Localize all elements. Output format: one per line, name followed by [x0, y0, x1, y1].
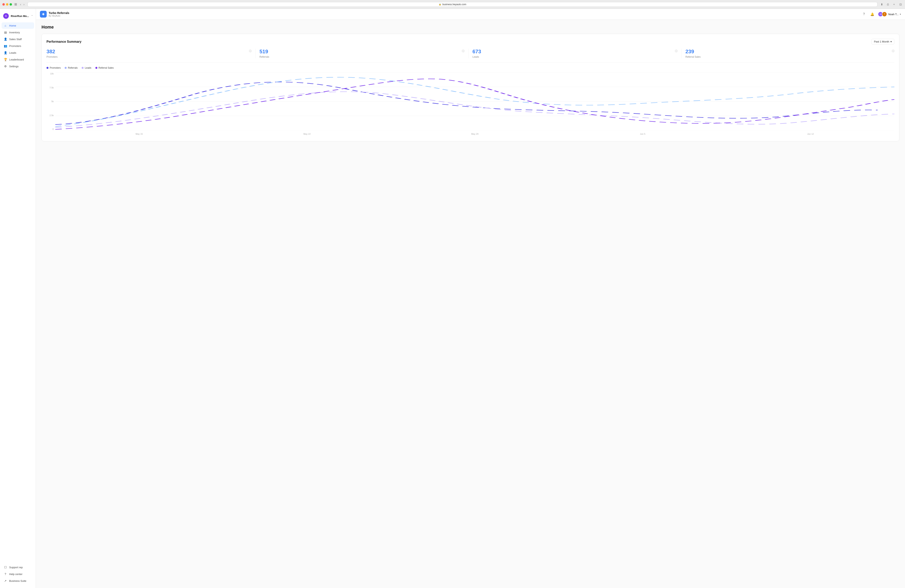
- workspace-chevron-icon: ⌃: [31, 15, 33, 17]
- sidebar-item-leads[interactable]: 👤 Leads: [2, 49, 34, 56]
- sidebar-item-sales-staff[interactable]: 👤 Sales Staff: [2, 36, 34, 42]
- period-selector-button[interactable]: Past 1 Month ▾: [871, 39, 894, 44]
- chart-svg: [55, 72, 894, 130]
- promoters-info-icon[interactable]: ⓘ: [249, 49, 252, 53]
- referrals-legend-dot: [65, 67, 67, 69]
- user-avatars: N T: [878, 11, 887, 17]
- app-info: Turbo Referrals By HeyAuto: [40, 11, 69, 17]
- promoters-value: 382: [46, 49, 252, 55]
- sidebar-item-label: Help center: [9, 573, 22, 575]
- sidebar-item-settings[interactable]: ⚙ Settings: [2, 63, 34, 70]
- referral-sales-legend-dot: [95, 67, 97, 69]
- user-name: Noah T...: [888, 13, 899, 16]
- period-label: Past 1 Month: [874, 40, 889, 43]
- legend-referrals[interactable]: Referrals: [65, 67, 78, 69]
- settings-icon: ⚙: [3, 65, 7, 68]
- new-tab-button[interactable]: ＋: [892, 2, 896, 6]
- sidebar-item-leaderboard[interactable]: 🏆 Leaderboard: [2, 56, 34, 63]
- minimize-button[interactable]: [6, 3, 8, 6]
- browser-actions: ⬇ ⎙ ＋ ⊡: [880, 2, 903, 6]
- forward-button[interactable]: ›: [23, 2, 25, 6]
- y-label-0: 0: [46, 128, 54, 130]
- referrals-label: Referrals: [260, 56, 465, 58]
- business-suite-icon: ↗: [3, 579, 7, 582]
- help-button[interactable]: ?: [861, 11, 867, 17]
- sidebar-nav: ⌂ Home ▤ Inventory 👤 Sales Staff 👥 Promo…: [0, 22, 36, 563]
- x-label-may22: May 22: [223, 133, 391, 135]
- app-logo: [40, 11, 47, 17]
- download-button[interactable]: ⬇: [880, 2, 884, 6]
- sidebar-item-inventory[interactable]: ▤ Inventory: [2, 29, 34, 35]
- chart-y-labels: 10k 7.5k 5k 2.5k 0: [46, 72, 54, 130]
- stat-promoters: 382 Promoters ⓘ: [46, 49, 256, 58]
- referrals-legend-label: Referrals: [68, 67, 78, 69]
- tabs-button[interactable]: ⊡: [899, 2, 903, 6]
- referrals-value: 519: [260, 49, 465, 55]
- sidebar-item-label: Home: [9, 24, 16, 27]
- sidebar-item-help-center[interactable]: ? Help center: [2, 571, 34, 577]
- referrals-info-icon[interactable]: ⓘ: [462, 49, 464, 53]
- leads-legend-dot: [82, 67, 84, 69]
- close-button[interactable]: [2, 3, 5, 6]
- share-button[interactable]: ⎙: [886, 2, 889, 6]
- leads-legend-label: Leads: [85, 67, 91, 69]
- performance-title: Performance Summary: [46, 40, 81, 43]
- y-label-10k: 10k: [46, 72, 54, 75]
- x-label-may15: May 15: [55, 133, 223, 135]
- period-chevron-icon: ▾: [891, 40, 892, 43]
- promoters-legend-label: Promoters: [50, 67, 61, 69]
- chart-container: 10k 7.5k 5k 2.5k 0: [46, 72, 894, 136]
- url-text: business.heyauto.com: [442, 3, 466, 6]
- topbar: Turbo Referrals By HeyAuto ? 🔔 N T Noah …: [36, 9, 905, 20]
- back-button[interactable]: ‹: [19, 2, 22, 6]
- address-bar[interactable]: 🔒 business.heyauto.com: [27, 2, 878, 7]
- avatar-secondary: T: [882, 11, 887, 17]
- leads-info-icon[interactable]: ⓘ: [675, 49, 678, 53]
- legend-referral-sales[interactable]: Referral Sales: [95, 67, 114, 69]
- workspace-selector[interactable]: R RiverRun Mo... ⌃: [0, 11, 36, 22]
- y-label-25k: 2.5k: [46, 114, 54, 116]
- legend-leads[interactable]: Leads: [82, 67, 91, 69]
- notifications-button[interactable]: 🔔: [870, 11, 875, 17]
- sidebar-toggle-button[interactable]: ⊞: [14, 2, 17, 6]
- stats-row: 382 Promoters ⓘ 519 Referrals ⓘ 673 Lead…: [46, 49, 894, 62]
- sidebar-item-label: Sales Staff: [9, 38, 22, 41]
- main-content: Home Performance Summary Past 1 Month ▾ …: [36, 20, 905, 588]
- sidebar-item-label: Leaderboard: [9, 58, 24, 61]
- promoters-label: Promoters: [46, 56, 252, 58]
- sidebar-item-label: Leads: [9, 51, 16, 54]
- referral-sales-info-icon[interactable]: ⓘ: [892, 49, 894, 53]
- sidebar-item-support-rep[interactable]: ☐ Support rep: [2, 564, 34, 571]
- page-title: Home: [41, 25, 899, 30]
- x-label-may29: May 29: [391, 133, 559, 135]
- user-area[interactable]: N T Noah T... ▾: [878, 11, 901, 17]
- app-container: R RiverRun Mo... ⌃ ⌂ Home ▤ Inventory 👤 …: [0, 9, 905, 588]
- traffic-lights: [2, 3, 12, 6]
- stat-leads: 673 Leads ⓘ: [468, 49, 681, 58]
- legend-row: Promoters Referrals Leads Referral Sales: [46, 67, 894, 69]
- sidebar-item-label: Business Suite: [9, 579, 26, 582]
- referral-sales-value: 239: [686, 49, 891, 55]
- maximize-button[interactable]: [10, 3, 12, 6]
- inventory-icon: ▤: [3, 31, 7, 34]
- browser-chrome: ⊞ ‹ › 🔒 business.heyauto.com ⬇ ⎙ ＋ ⊡: [0, 0, 905, 9]
- sidebar-item-business-suite[interactable]: ↗ Business Suite: [2, 578, 34, 584]
- y-label-5k: 5k: [46, 100, 54, 103]
- workspace-avatar: R: [3, 13, 9, 19]
- lock-icon: 🔒: [439, 3, 441, 5]
- help-icon: ?: [3, 572, 7, 575]
- support-icon: ☐: [3, 566, 7, 569]
- sidebar-item-promoters[interactable]: 👥 Promoters: [2, 43, 34, 49]
- topbar-actions: ? 🔔 N T Noah T... ▾: [861, 11, 901, 17]
- legend-promoters[interactable]: Promoters: [46, 67, 61, 69]
- sidebar-item-label: Settings: [9, 65, 19, 68]
- sidebar-item-label: Inventory: [9, 31, 20, 34]
- leaderboard-icon: 🏆: [3, 58, 7, 61]
- user-chevron-icon: ▾: [900, 13, 901, 16]
- sidebar-item-label: Support rep: [9, 566, 23, 569]
- referral-sales-label: Referral Sales: [686, 56, 891, 58]
- sidebar-item-home[interactable]: ⌂ Home: [2, 22, 34, 29]
- workspace-name: RiverRun Mo...: [11, 14, 29, 17]
- x-label-jun12: Jun 12: [727, 133, 894, 135]
- leads-value: 673: [472, 49, 678, 55]
